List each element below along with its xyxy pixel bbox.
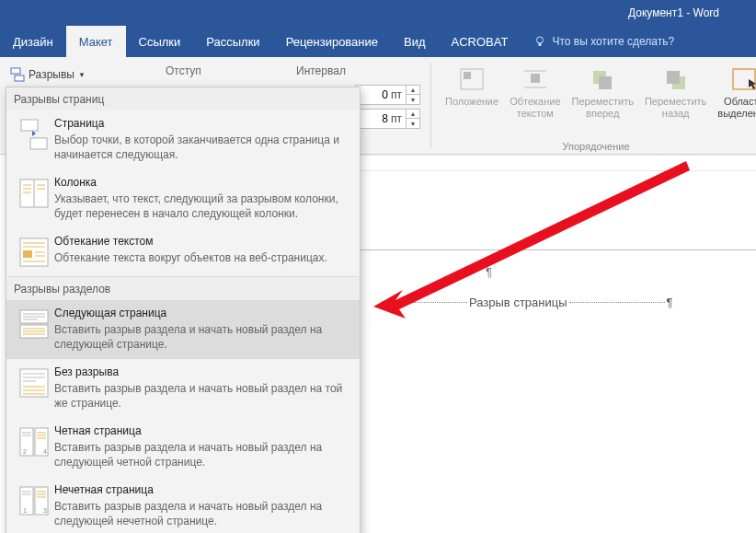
svg-rect-14 (21, 120, 38, 131)
menu-section-section-breaks: Разрывы разделов (6, 277, 360, 300)
spin-down-icon[interactable]: ▼ (407, 119, 419, 128)
column-break-icon (17, 177, 51, 210)
page-boundary (361, 249, 756, 251)
tab-view[interactable]: Вид (391, 26, 439, 57)
position-label: Положение (445, 96, 498, 108)
wrap-icon (521, 66, 549, 92)
svg-rect-3 (15, 75, 24, 81)
menu-item-page-desc: Выбор точки, в которой заканчивается одн… (54, 133, 350, 162)
menu-item-continuous[interactable]: Без разрываВставить разрыв раздела и нач… (6, 359, 360, 418)
spacing-before-unit: пт (391, 88, 406, 101)
svg-text:2: 2 (23, 448, 27, 455)
tab-design[interactable]: Дизайн (0, 26, 66, 57)
tab-acrobat[interactable]: ACROBAT (439, 26, 521, 57)
spacing-after-value[interactable] (356, 112, 391, 125)
svg-rect-26 (23, 250, 32, 258)
forward-label: Переместить вперед (572, 96, 634, 120)
menu-item-next-page[interactable]: Следующая страницаВставить разрыв раздел… (6, 300, 360, 359)
svg-rect-10 (599, 76, 612, 89)
interval-label: Интервал (296, 64, 346, 77)
continuous-icon (17, 366, 51, 400)
paragraph-mark: ¶ (486, 265, 756, 279)
spacing-after-unit: пт (391, 112, 406, 125)
even-page-icon: 24 (17, 425, 51, 458)
spin-up-icon[interactable]: ▲ (407, 110, 419, 119)
breaks-dropdown: Разрывы страниц СтраницаВыбор точки, в к… (6, 87, 361, 533)
svg-point-0 (537, 37, 544, 43)
page-content[interactable]: ¶ Разрыв страницы ¶ (390, 265, 756, 309)
document-area[interactable]: ¶ Разрыв страницы ¶ (361, 155, 756, 533)
send-backward-button: Переместить назад (639, 63, 712, 120)
menu-item-textwrap[interactable]: Обтекание текстомОбтекание текста вокруг… (6, 228, 360, 276)
breaks-icon (10, 67, 25, 82)
position-button: Положение (440, 63, 504, 120)
lightbulb-icon (533, 35, 546, 48)
menu-item-even-title: Четная страница (54, 423, 350, 438)
page-break-marker: Разрыв страницы ¶ (412, 295, 756, 309)
tab-layout[interactable]: Макет (66, 26, 126, 57)
breaks-button[interactable]: Разрывы ▼ (7, 64, 92, 85)
arrange-group: Положение Обтекание текстом Переместить … (440, 63, 752, 120)
tell-me-placeholder: Что вы хотите сделать? (552, 35, 674, 48)
spin-up-icon[interactable]: ▲ (407, 86, 419, 95)
ribbon-tabs: Дизайн Макет Ссылки Рассылки Рецензирова… (0, 26, 756, 57)
menu-item-nextpage-desc: Вставить разрыв раздела и начать новый р… (54, 322, 350, 352)
menu-item-cont-title: Без разрыва (54, 365, 350, 379)
menu-item-wrap-title: Обтекание текстом (54, 234, 327, 249)
spacing-after-spinner[interactable]: пт ▲▼ (355, 109, 420, 129)
bring-forward-icon (589, 66, 616, 92)
menu-item-even-page[interactable]: 24 Четная страницаВставить разрыв раздел… (6, 418, 360, 477)
svg-text:4: 4 (43, 448, 47, 455)
tab-references[interactable]: Ссылки (126, 26, 194, 57)
menu-item-wrap-desc: Обтекание текста вокруг объектов на веб-… (54, 250, 327, 265)
paragraph-mark-end: ¶ (667, 295, 673, 309)
chevron-down-icon: ▼ (78, 71, 86, 79)
textwrap-break-icon (17, 236, 51, 269)
wrap-label: Обтекание текстом (510, 96, 560, 120)
svg-text:3: 3 (43, 507, 47, 514)
menu-item-odd-page[interactable]: 13 Нечетная страницаВставить разрыв разд… (6, 477, 360, 533)
spacing-before-value[interactable] (356, 88, 391, 101)
menu-item-odd-desc: Вставить разрыв раздела и начать новый р… (54, 499, 350, 528)
odd-page-icon: 13 (17, 484, 51, 517)
menu-item-even-desc: Вставить разрыв раздела и начать новый р… (54, 440, 350, 469)
svg-rect-1 (539, 43, 542, 46)
menu-item-cont-desc: Вставить разрыв раздела и начать новый р… (54, 381, 350, 411)
ribbon-separator (430, 63, 431, 148)
spacing-before-spinner[interactable]: пт ▲▼ (355, 85, 420, 105)
menu-item-nextpage-title: Следующая страница (54, 306, 350, 320)
menu-item-page[interactable]: СтраницаВыбор точки, в которой заканчива… (6, 110, 360, 169)
tab-review[interactable]: Рецензирование (273, 26, 391, 57)
menu-item-column-desc: Указывает, что текст, следующий за разры… (54, 191, 350, 221)
wrap-button: Обтекание текстом (504, 63, 566, 120)
menu-item-page-title: Страница (54, 116, 350, 131)
title-bar: Документ1 - Word (0, 0, 756, 26)
menu-item-odd-title: Нечетная страница (54, 482, 350, 497)
svg-rect-2 (11, 68, 20, 74)
tell-me-search[interactable]: Что вы хотите сделать? (533, 26, 674, 57)
breaks-label: Разрывы (29, 68, 74, 81)
backward-label: Переместить назад (645, 96, 706, 120)
horizontal-ruler[interactable] (361, 155, 756, 171)
svg-rect-5 (464, 72, 471, 79)
page-break-icon (17, 118, 51, 151)
svg-rect-15 (30, 138, 47, 149)
page-break-text: Разрыв страницы (469, 295, 567, 309)
menu-item-column[interactable]: КолонкаУказывает, что текст, следующий з… (6, 169, 360, 228)
selection-pane-icon (730, 66, 756, 92)
bring-forward-button: Переместить вперед (567, 63, 639, 120)
svg-text:1: 1 (23, 507, 27, 514)
send-backward-icon (662, 66, 690, 92)
arrange-group-label: Упорядочение (440, 141, 752, 152)
tab-mailings[interactable]: Рассылки (193, 26, 272, 57)
menu-section-page-breaks: Разрывы страниц (6, 87, 360, 110)
selection-label: Область выделения (717, 96, 756, 120)
next-page-icon (17, 307, 51, 341)
selection-pane-button[interactable]: Область выделения (712, 63, 756, 120)
window-title: Документ1 - Word (628, 6, 719, 19)
menu-item-column-title: Колонка (54, 175, 350, 190)
indent-label: Отступ (166, 64, 201, 77)
svg-rect-12 (667, 71, 680, 84)
spin-down-icon[interactable]: ▼ (407, 95, 419, 104)
position-icon (458, 66, 486, 92)
